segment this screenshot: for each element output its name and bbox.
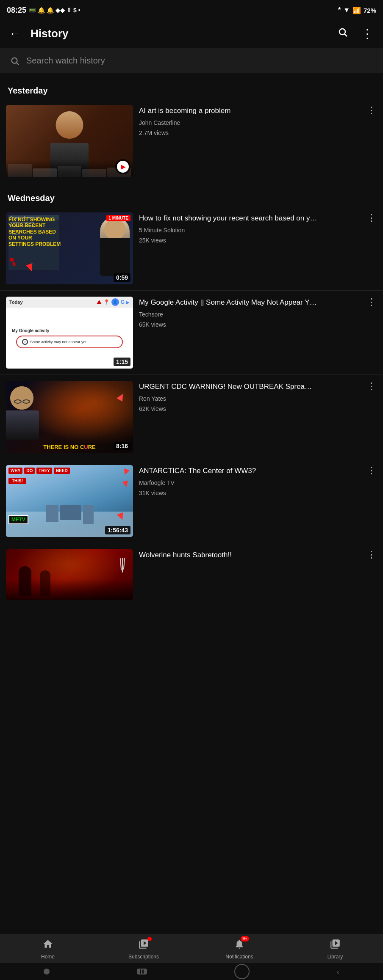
shorts-icon: ▶ <box>117 161 129 173</box>
signal-icon: 📶 <box>352 6 361 14</box>
duration-antarctica: 1:56:43 <box>105 526 130 534</box>
nav-notifications-label: Notifications <box>225 954 253 960</box>
sim-icon: 📟 <box>29 7 36 14</box>
svg-point-0 <box>339 29 345 35</box>
status-time: 08:25 <box>7 6 26 15</box>
nav-home[interactable]: Home <box>31 939 65 960</box>
video-title-google-activity: My Google Activity || Some Activity May … <box>139 297 366 308</box>
thumbnail-ai-art: ▶ <box>6 105 133 177</box>
duration-fix-search: 0:59 <box>114 273 130 282</box>
video-item-antarctica[interactable]: WHY DO THEY NEED THIS! MFTV 1:56:43 <box>0 461 383 541</box>
minute-badge: 1 MINUTE <box>106 215 130 221</box>
section-wednesday: Wednesday Computer Management Windows Po… <box>0 185 383 600</box>
video-title-antarctica: ANTARCTICA: The Center of WW3? <box>139 466 366 476</box>
video-item-cdc[interactable]: THERE IS NO CURE 8:16 URGENT CDC WARNING… <box>0 377 383 457</box>
android-nav-back[interactable]: ‹ <box>336 967 339 977</box>
video-views-antarctica: 31K views <box>139 490 377 496</box>
video-info-row-6: Wolverine hunts Sabretooth!! ⋮ <box>139 550 377 560</box>
dot-icon: • <box>78 7 80 14</box>
more-options-google[interactable]: ⋮ <box>366 297 377 307</box>
divider-1 <box>0 183 383 183</box>
top-nav: ← History ⋮ <box>0 19 383 48</box>
search-bar[interactable] <box>0 48 383 73</box>
video-info-row-5: ANTARCTICA: The Center of WW3? ⋮ <box>139 466 377 476</box>
section-label-yesterday: Yesterday <box>0 77 383 101</box>
pause-bar-2 <box>142 969 144 974</box>
android-nav-dot <box>44 969 50 974</box>
divider-2 <box>0 290 383 291</box>
bell-icon: 🔔 <box>47 7 54 14</box>
section-label-wednesday: Wednesday <box>0 185 383 208</box>
thumbnail-google-activity: Today 📍 👤 G <box>6 297 133 369</box>
nav-subscriptions-label: Subscriptions <box>128 954 159 960</box>
video-title-ai-art: AI art is becoming a problem <box>139 106 366 116</box>
upload-icon: ⇧ <box>67 7 72 14</box>
svg-line-1 <box>345 34 347 37</box>
nav-subscriptions[interactable]: Subscriptions <box>127 939 161 960</box>
duration-cdc: 8:16 <box>114 442 130 450</box>
more-options-fix-search[interactable]: ⋮ <box>366 213 377 223</box>
more-options-cdc[interactable]: ⋮ <box>366 382 377 391</box>
search-bar-icon <box>10 56 19 66</box>
nav-home-label: Home <box>41 954 55 960</box>
pause-bar-1 <box>140 969 141 974</box>
video-info-fix-search: How to fix not showing your recent searc… <box>139 212 377 244</box>
divider-4 <box>0 459 383 459</box>
page-title: History <box>31 27 69 40</box>
svg-point-2 <box>12 58 17 63</box>
video-item-ai-art[interactable]: ▶ AI art is becoming a problem ⋮ John Ca… <box>0 101 383 181</box>
video-views-ai-art: 2.7M views <box>139 129 377 136</box>
video-title-cdc: URGENT CDC WARNING! New OUTBREAK Sprea… <box>139 382 366 392</box>
thumbnail-cdc: THERE IS NO CURE 8:16 <box>6 381 133 453</box>
video-info-ai-art: AI art is becoming a problem ⋮ John Cast… <box>139 105 377 136</box>
video-info-row: AI art is becoming a problem ⋮ <box>139 106 377 116</box>
divider-5 <box>0 543 383 543</box>
top-nav-left: ← History <box>8 25 69 42</box>
status-right-icons: * ▼ 📶 72% <box>338 6 376 14</box>
video-views-cdc: 62K views <box>139 405 377 412</box>
notifications-badge: 9+ <box>241 936 249 941</box>
nav-library-label: Library <box>327 954 343 960</box>
nav-notifications[interactable]: 9+ Notifications <box>222 939 256 960</box>
more-options-ai-art[interactable]: ⋮ <box>366 106 377 115</box>
search-icon <box>338 27 348 37</box>
status-notification-icons: 📟 🔔 🔔 ◆◆ ⇧ $ • <box>29 7 80 14</box>
duration-google: 1:15 <box>114 358 130 366</box>
thumbnail-wolverine <box>6 549 133 600</box>
subscriptions-icon <box>138 939 149 952</box>
search-button[interactable] <box>336 25 350 41</box>
diamond-icon: ◆◆ <box>56 7 65 14</box>
home-icon <box>42 939 53 952</box>
video-info-wolverine: Wolverine hunts Sabretooth!! ⋮ <box>139 549 377 560</box>
android-nav-home[interactable] <box>234 964 250 979</box>
thumbnail-antarctica: WHY DO THEY NEED THIS! MFTV 1:56:43 <box>6 465 133 537</box>
nav-library[interactable]: Library <box>318 939 352 960</box>
android-nav-pause <box>137 969 147 974</box>
more-options-antarctica[interactable]: ⋮ <box>366 466 377 475</box>
thumbnail-fix-search: Computer Management Windows PowerShell W… <box>6 212 133 284</box>
shorts-badge: ▶ <box>115 159 130 174</box>
wifi-icon: ▼ <box>343 6 350 14</box>
search-input[interactable] <box>26 56 373 66</box>
video-channel-google: Techsore <box>139 311 377 318</box>
bottom-nav: Home Subscriptions 9+ Notifications Libr… <box>0 934 383 963</box>
more-options-button[interactable]: ⋮ <box>360 25 375 42</box>
video-info-row-2: How to fix not showing your recent searc… <box>139 213 377 223</box>
android-nav-bar: ‹ <box>0 963 383 980</box>
bluetooth-icon: * <box>338 6 341 14</box>
video-item-google-activity[interactable]: Today 📍 👤 G <box>0 292 383 373</box>
video-info-antarctica: ANTARCTICA: The Center of WW3? ⋮ Marfoog… <box>139 465 377 496</box>
video-title-fix-search: How to fix not showing your recent searc… <box>139 213 366 223</box>
video-info-row-3: My Google Activity || Some Activity May … <box>139 297 377 308</box>
video-item-wolverine[interactable]: Wolverine hunts Sabretooth!! ⋮ <box>0 545 383 600</box>
dollar-icon: $ <box>73 7 77 14</box>
video-title-wolverine: Wolverine hunts Sabretooth!! <box>139 550 366 560</box>
back-button[interactable]: ← <box>8 25 22 42</box>
video-item-fix-search[interactable]: Computer Management Windows PowerShell W… <box>0 208 383 289</box>
video-channel-fix-search: 5 Minute Solution <box>139 227 377 234</box>
battery-text: 72% <box>364 7 376 14</box>
more-options-wolverine[interactable]: ⋮ <box>366 550 377 559</box>
video-channel-ai-art: John Casterline <box>139 119 377 126</box>
library-icon <box>330 939 341 952</box>
video-info-row-4: URGENT CDC WARNING! New OUTBREAK Sprea… … <box>139 382 377 392</box>
